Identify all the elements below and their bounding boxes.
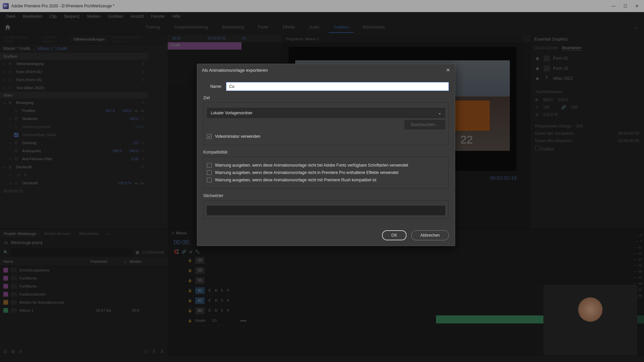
video-thumbnail-label: Videominiatur verwenden <box>215 134 260 139</box>
destination-select[interactable]: Lokaler Vorlagenordner ⌄ <box>207 108 445 118</box>
ziel-label: Ziel <box>203 96 449 100</box>
compat-effects-label: Warnung ausgeben, wenn diese Animationsv… <box>215 170 398 175</box>
chevron-down-icon: ⌄ <box>438 111 441 115</box>
cancel-button[interactable]: Abbrechen <box>411 230 449 240</box>
compat-fonts-label: Warnung ausgeben, wenn diese Animationsv… <box>215 163 408 168</box>
compat-effects-checkbox[interactable] <box>207 170 212 175</box>
name-input[interactable] <box>226 82 449 91</box>
dialog-close-icon[interactable]: ✕ <box>446 67 450 73</box>
compat-label: Kompatibilität <box>203 150 449 155</box>
dialog-title: Als Animationsvorlage exportieren <box>202 68 268 73</box>
compat-rush-checkbox[interactable] <box>207 178 212 182</box>
video-thumbnail-checkbox[interactable] <box>207 134 212 139</box>
name-label: Name: <box>203 84 222 89</box>
keywords-input[interactable] <box>207 206 445 215</box>
keywords-label: Stichwörter <box>203 193 449 198</box>
destination-value: Lokaler Vorlagenordner <box>211 111 253 115</box>
compat-rush-label: Warnung ausgeben, wenn diese Animationsv… <box>215 178 376 182</box>
browse-button[interactable]: Durchsuchen… <box>405 120 445 129</box>
ok-button[interactable]: OK <box>382 230 407 240</box>
compat-fonts-checkbox[interactable] <box>207 163 212 168</box>
export-motion-template-dialog: Als Animationsvorlage exportieren ✕ Name… <box>197 64 455 246</box>
